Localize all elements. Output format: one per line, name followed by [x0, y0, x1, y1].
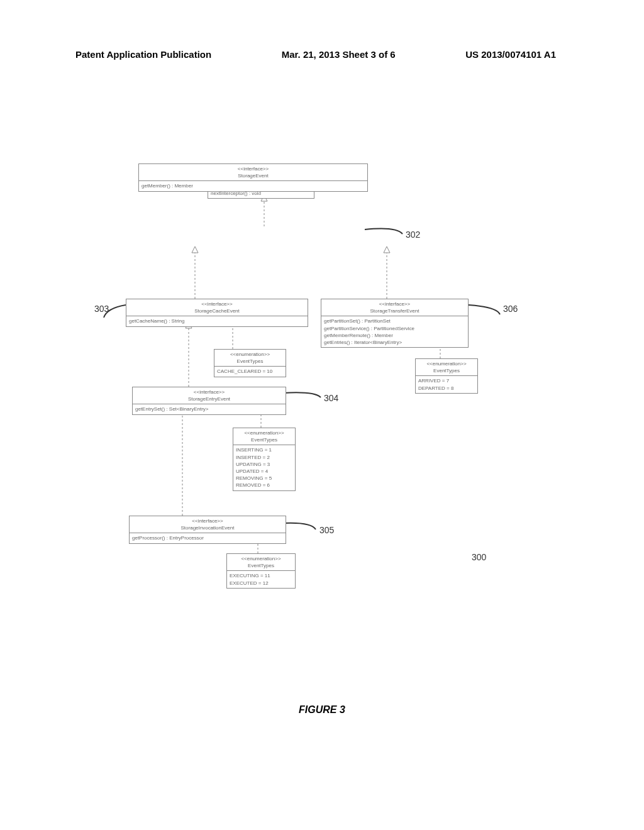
label-304: 304 [324, 393, 338, 403]
stereo: <<enumeration>> [217, 351, 283, 358]
members: CACHE_CLEARED = 10 [214, 367, 286, 376]
classname: StorageCacheEvent [129, 307, 305, 314]
classname: EventTypes [418, 367, 475, 374]
label-300: 300 [472, 552, 486, 562]
members: getCacheName() : String [126, 316, 308, 326]
box-entry-enum: <<enumeration>> EventTypes INSERTING = 1… [233, 428, 296, 491]
header-right: US 2013/0074101 A1 [465, 49, 556, 60]
classname: EventTypes [236, 436, 292, 443]
uml-diagram: <<interface>> Event getType() : int next… [88, 163, 553, 616]
box-transfer-enum: <<enumeration>> EventTypes ARRIVED = 7 D… [415, 358, 478, 394]
members: ARRIVED = 7 DEPARTED = 8 [416, 376, 477, 392]
svg-marker-5 [384, 246, 390, 253]
box-invocation-enum: <<enumeration>> EventTypes EXECUTING = 1… [226, 553, 296, 589]
members: EXECUTING = 11 EXECUTED = 12 [227, 571, 295, 587]
svg-marker-3 [192, 246, 198, 253]
stereo: <<interface>> [142, 165, 365, 172]
classname: StorageInvocationEvent [132, 524, 283, 531]
members: INSERTING = 1 INSERTED = 2 UPDATING = 3 … [233, 445, 295, 490]
box-storage-event: <<interface>> StorageEvent getMember() :… [138, 163, 368, 192]
members: getMember() : Member [139, 181, 367, 191]
figure-caption: FIGURE 3 [0, 704, 644, 716]
classname: StorageTransferEvent [324, 307, 465, 314]
label-303: 303 [94, 304, 109, 314]
box-storage-transfer-event: <<interface>> StorageTransferEvent getPa… [321, 299, 469, 348]
box-storage-entry-event: <<interface>> StorageEntryEvent getEntry… [132, 387, 286, 415]
classname: StorageEntryEvent [135, 396, 283, 402]
label-302: 302 [406, 230, 420, 240]
box-storage-invocation-event: <<interface>> StorageInvocationEvent get… [129, 516, 286, 544]
stereo: <<interface>> [132, 517, 283, 524]
box-cache-enum: <<enumeration>> EventTypes CACHE_CLEARED… [214, 349, 286, 377]
members: getEntrySet() : Set<BinaryEntry> [133, 404, 286, 414]
label-306: 306 [503, 304, 518, 314]
members: getPartitionSet() : PartitionSet getPart… [321, 316, 468, 347]
header-center: Mar. 21, 2013 Sheet 3 of 6 [282, 49, 396, 60]
stereo: <<interface>> [135, 389, 283, 396]
classname: EventTypes [217, 358, 283, 365]
stereo: <<enumeration>> [230, 555, 292, 562]
classname: StorageEvent [142, 172, 365, 179]
stereo: <<enumeration>> [418, 360, 475, 367]
classname: EventTypes [230, 562, 292, 569]
stereo: <<enumeration>> [236, 429, 292, 436]
page-header: Patent Application Publication Mar. 21, … [0, 49, 644, 60]
stereo: <<interface>> [324, 301, 465, 307]
box-storage-cache-event: <<interface>> StorageCacheEvent getCache… [126, 299, 308, 327]
stereo: <<interface>> [129, 301, 305, 307]
members: getProcessor() : EntryProcessor [130, 533, 286, 543]
header-left: Patent Application Publication [75, 49, 211, 60]
label-305: 305 [319, 525, 334, 535]
